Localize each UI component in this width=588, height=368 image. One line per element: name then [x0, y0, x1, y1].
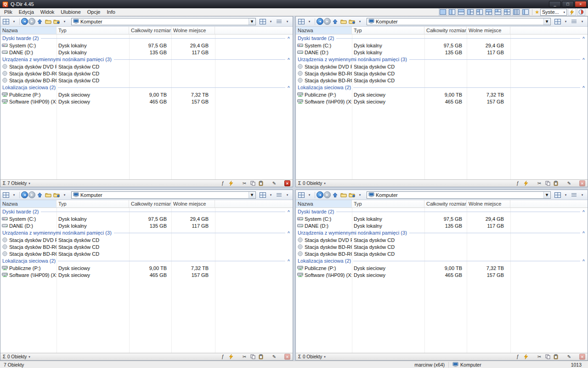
- copy-icon[interactable]: [249, 180, 256, 186]
- view-mode-button[interactable]: [297, 17, 305, 26]
- address-dropdown-button[interactable]: ▾: [543, 18, 550, 25]
- pane-list-button[interactable]: [570, 17, 578, 26]
- favorites-star-icon[interactable]: ★: [535, 9, 539, 15]
- file-row[interactable]: Stacja dysków BD-RO...Stacja dysków CD: [296, 243, 588, 250]
- pane-count-dropdown[interactable]: ▾: [324, 182, 326, 185]
- up-button[interactable]: [331, 17, 339, 26]
- layout-3-bottom-button[interactable]: [494, 8, 502, 16]
- back-button[interactable]: ◄: [21, 18, 28, 25]
- layout-3-left-button[interactable]: [466, 8, 475, 16]
- group-header[interactable]: Dyski twarde (2)^: [0, 208, 293, 215]
- file-row[interactable]: Publiczne (P:)Dysk sieciowy9,00 TB7,32 T…: [296, 91, 588, 98]
- view-mode-button[interactable]: [297, 191, 305, 199]
- forward-button[interactable]: ►: [324, 191, 331, 198]
- quick-action-icon[interactable]: [228, 354, 234, 360]
- column-header-1[interactable]: Typ: [57, 27, 129, 34]
- cut-icon[interactable]: ✂: [536, 180, 543, 186]
- collapse-chevron-icon[interactable]: ^: [288, 85, 290, 90]
- file-row[interactable]: Publiczne (P:)Dysk sieciowy9,00 TB7,32 T…: [0, 91, 293, 98]
- folder-history-dropdown[interactable]: ▾: [61, 17, 68, 26]
- group-header[interactable]: Urządzenia z wymiennymi nośnikami pamięc…: [296, 56, 588, 63]
- file-row[interactable]: System (C:)Dysk lokalny97,5 GB29,4 GB: [296, 215, 588, 222]
- filter-icon[interactable]: ƒ: [514, 354, 521, 360]
- file-row[interactable]: Software (\\HP09) (X:)Dysk sieciowy465 G…: [296, 98, 588, 105]
- cut-icon[interactable]: ✂: [536, 354, 543, 360]
- favorites-folder-button[interactable]: [52, 17, 60, 26]
- file-row[interactable]: Stacja dysków BD-RO...Stacja dysków CD: [0, 250, 293, 257]
- pane-list-button[interactable]: [275, 17, 283, 26]
- menu-ulubione[interactable]: Ulubione: [57, 9, 84, 15]
- edit-icon[interactable]: ✎: [566, 354, 572, 360]
- file-row[interactable]: Stacja dysków DVD RW...Stacja dysków CD: [296, 63, 588, 70]
- file-row[interactable]: Software (\\HP09) (X:)Dysk sieciowy465 G…: [296, 271, 588, 278]
- favorites-folder-button[interactable]: [348, 17, 356, 26]
- layout-2-horizontal-button[interactable]: [457, 8, 465, 16]
- column-header-2[interactable]: Całkowity rozmiar: [129, 200, 171, 207]
- group-header[interactable]: Dyski twarde (2)^: [0, 34, 293, 42]
- pane-count-dropdown[interactable]: ▾: [28, 182, 30, 185]
- collapse-chevron-icon[interactable]: ^: [288, 209, 290, 214]
- address-dropdown-button[interactable]: ▾: [249, 18, 255, 25]
- collapse-chevron-icon[interactable]: ^: [288, 57, 290, 62]
- favorites-folder-button[interactable]: [348, 191, 356, 199]
- pane-layout-dropdown[interactable]: ▾: [267, 191, 275, 199]
- file-row[interactable]: DANE (D:)Dysk lokalny135 GB117 GB: [0, 49, 293, 56]
- file-row[interactable]: Stacja dysków DVD RW...Stacja dysków CD: [0, 63, 293, 70]
- pane-layout-dropdown[interactable]: ▾: [562, 191, 570, 199]
- pane-layout-button[interactable]: [259, 17, 266, 26]
- root-folder-button[interactable]: [44, 191, 52, 199]
- forward-button[interactable]: ►: [28, 18, 35, 25]
- magic-wand-button[interactable]: [568, 8, 576, 16]
- layout-3-right-button[interactable]: [475, 8, 484, 16]
- view-mode-dropdown[interactable]: ▾: [305, 17, 313, 26]
- column-header-3[interactable]: Wolne miejsce: [467, 27, 510, 34]
- layout-2x2-button[interactable]: [503, 8, 511, 16]
- column-header-0[interactable]: Nazwa: [0, 27, 57, 34]
- layout-4-vertical-button[interactable]: [512, 8, 520, 16]
- address-bar[interactable]: Komputer▾: [71, 191, 256, 199]
- menu-widok[interactable]: Widok: [37, 9, 58, 15]
- filter-icon[interactable]: ƒ: [514, 180, 521, 186]
- group-header[interactable]: Dyski twarde (2)^: [296, 208, 588, 215]
- file-row[interactable]: Stacja dysków BD-RO...Stacja dysków CD: [296, 77, 588, 84]
- back-button[interactable]: ◄: [21, 191, 28, 198]
- forward-button[interactable]: ►: [324, 18, 331, 25]
- quick-action-icon[interactable]: [523, 180, 529, 186]
- file-row[interactable]: Publiczne (P:)Dysk sieciowy9,00 TB7,32 T…: [0, 264, 293, 271]
- pane-count-dropdown[interactable]: ▾: [324, 355, 326, 358]
- pane-layout-button[interactable]: [259, 191, 266, 199]
- folder-history-dropdown[interactable]: ▾: [356, 17, 364, 26]
- address-dropdown-button[interactable]: ▾: [249, 192, 255, 198]
- collapse-chevron-icon[interactable]: ^: [582, 259, 585, 263]
- back-button[interactable]: ◄: [317, 191, 323, 198]
- collapse-chevron-icon[interactable]: ^: [582, 209, 585, 214]
- pane-count-dropdown[interactable]: ▾: [28, 355, 30, 358]
- file-row[interactable]: DANE (D:)Dysk lokalny135 GB117 GB: [296, 222, 588, 229]
- forward-button[interactable]: ►: [28, 191, 35, 198]
- pane-layout-dropdown[interactable]: ▾: [267, 17, 275, 26]
- menu-edycja[interactable]: Edycja: [16, 9, 37, 15]
- file-row[interactable]: System (C:)Dysk lokalny97,5 GB29,4 GB: [296, 42, 588, 49]
- group-header[interactable]: Dyski twarde (2)^: [296, 34, 588, 42]
- column-header-2[interactable]: Całkowity rozmiar: [424, 27, 467, 34]
- menu-opcje[interactable]: Opcje: [84, 9, 104, 15]
- close-button[interactable]: ×: [575, 1, 587, 7]
- edit-icon[interactable]: ✎: [566, 180, 572, 186]
- column-header-2[interactable]: Całkowity rozmiar: [424, 200, 467, 207]
- group-header[interactable]: Urządzenia z wymiennymi nośnikami pamięc…: [0, 229, 293, 236]
- column-header-2[interactable]: Całkowity rozmiar: [129, 27, 171, 34]
- file-row[interactable]: Stacja dysków BD-RO...Stacja dysków CD: [0, 70, 293, 77]
- copy-icon[interactable]: [544, 180, 551, 186]
- up-button[interactable]: [36, 17, 44, 26]
- folder-history-dropdown[interactable]: ▾: [356, 191, 364, 199]
- layout-1x1-button[interactable]: [439, 8, 447, 16]
- root-folder-button[interactable]: [44, 17, 52, 26]
- file-row[interactable]: Stacja dysków BD-RO...Stacja dysków CD: [296, 250, 588, 257]
- file-row[interactable]: Stacja dysków BD-RO...Stacja dysków CD: [0, 243, 293, 250]
- paste-icon[interactable]: [258, 354, 264, 360]
- file-row[interactable]: Stacja dysków BD-RO...Stacja dysków CD: [296, 70, 588, 77]
- group-header[interactable]: Lokalizacja sieciowa (2)^: [0, 257, 293, 264]
- layout-2-vertical-button[interactable]: [448, 8, 456, 16]
- root-folder-button[interactable]: [339, 17, 347, 26]
- cut-icon[interactable]: ✂: [241, 180, 248, 186]
